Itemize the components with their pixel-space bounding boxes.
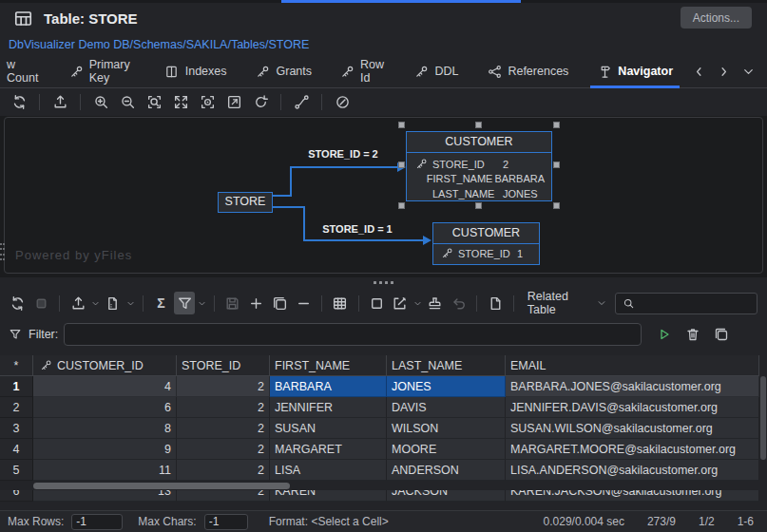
column-header-rownum[interactable]: * — [0, 355, 33, 376]
references-icon — [487, 64, 502, 79]
toolbar-separator — [80, 94, 81, 110]
undo-icon[interactable] — [449, 292, 470, 314]
export-image-icon[interactable] — [48, 90, 71, 113]
select-cell-icon[interactable] — [366, 292, 387, 314]
aggregate-sigma-icon[interactable]: Σ — [151, 292, 172, 314]
powered-by-yfiles-label: Powered by yFiles — [15, 248, 132, 262]
chevron-left-icon[interactable] — [687, 60, 710, 83]
new-document-icon[interactable] — [485, 292, 506, 314]
zoom-out-icon[interactable] — [116, 90, 139, 113]
filter-bar: Filter: — [0, 319, 767, 350]
max-chars-input[interactable] — [204, 514, 248, 530]
chevron-right-icon[interactable] — [712, 60, 735, 83]
max-rows-input[interactable] — [71, 514, 123, 530]
toolbar-separator — [280, 94, 281, 110]
refresh-icon[interactable] — [8, 292, 29, 314]
column-header-last-name[interactable]: LAST_NAME — [387, 355, 506, 376]
column-header-first-name[interactable]: FIRST_NAME — [270, 355, 387, 376]
filter-icon[interactable] — [174, 292, 195, 314]
chevron-down-icon[interactable] — [737, 60, 759, 83]
zoom-selection-icon[interactable] — [143, 90, 165, 113]
filter-input[interactable] — [64, 323, 642, 346]
export-icon[interactable] — [67, 292, 88, 314]
selection-handle[interactable] — [398, 122, 405, 128]
insert-row-icon[interactable] — [246, 292, 267, 314]
table-row[interactable]: 5 11 2 LISA ANDERSON LISA.ANDERSON@sakil… — [0, 460, 759, 481]
selection-handle[interactable] — [553, 162, 560, 168]
breadcrumb-link[interactable]: DbVisualizer Demo DB/Schemas/SAKILA/Tabl… — [9, 38, 309, 51]
branch-icon[interactable] — [290, 90, 313, 113]
selection-handle[interactable] — [398, 202, 405, 209]
related-table-dropdown[interactable]: Related Table — [522, 290, 612, 316]
actions-button[interactable]: Actions... — [681, 7, 752, 28]
selected-cell[interactable]: BARBARA — [270, 376, 387, 397]
diagram-node-customer-1[interactable]: CUSTOMER STORE_ID 1 — [432, 222, 540, 265]
selection-handle[interactable] — [475, 122, 482, 128]
tab-row-id[interactable]: Row Id — [326, 55, 399, 87]
key-icon — [439, 246, 454, 261]
scrollbar-thumb[interactable] — [33, 483, 290, 489]
navigator-toolbar — [0, 87, 767, 116]
relayout-icon[interactable] — [249, 90, 272, 113]
stop-icon[interactable] — [31, 292, 52, 314]
tab-references[interactable]: References — [472, 55, 583, 87]
duplicate-row-icon[interactable] — [269, 292, 290, 314]
execution-time: 0.029/0.004 sec — [544, 515, 624, 528]
apply-filter-icon[interactable] — [653, 323, 676, 346]
tab-grants[interactable]: Grants — [241, 55, 327, 87]
selection-handle[interactable] — [553, 202, 560, 209]
column-header-email[interactable]: EMAIL — [506, 355, 759, 376]
compass-icon[interactable] — [331, 90, 354, 113]
diagram-node-customer-2[interactable]: CUSTOMER STORE_ID 2 FIRST_NAME BARBARA L… — [406, 131, 552, 201]
node-field: LAST_NAME JONES — [413, 186, 545, 201]
stamp-icon[interactable] — [425, 292, 446, 314]
table-row[interactable]: 1 4 2 BARBARA JONES BARBARA.JONES@sakila… — [0, 376, 759, 397]
panel-splitter[interactable] — [0, 277, 767, 287]
table-row[interactable]: 2 6 2 JENNIFER DAVIS JENNIFER.DAVIS@saki… — [0, 397, 759, 418]
script-document-icon[interactable] — [103, 292, 124, 314]
tab-indexes[interactable]: Indexes — [150, 55, 241, 87]
column-header-customer-id[interactable]: CUSTOMER_ID — [33, 355, 177, 376]
edit-cell-icon[interactable] — [390, 292, 411, 314]
grid-search-box[interactable] — [615, 293, 757, 314]
scrollbar-thumb[interactable] — [760, 376, 766, 460]
horizontal-scrollbar[interactable] — [0, 481, 759, 490]
open-in-window-icon[interactable] — [222, 90, 245, 113]
node-title: STORE — [219, 193, 272, 210]
clear-filter-icon[interactable] — [681, 323, 704, 346]
chevron-down-icon — [597, 294, 606, 312]
edge-label: STORE_ID = 1 — [322, 223, 392, 235]
chevron-down-icon[interactable] — [91, 294, 100, 312]
chevron-down-icon[interactable] — [126, 294, 135, 312]
chevron-down-icon[interactable] — [198, 294, 206, 312]
node-fields: STORE_ID 2 FIRST_NAME BARBARA LAST_NAME … — [407, 152, 551, 206]
tab-ddl[interactable]: DDL — [399, 55, 472, 87]
tab-row-count[interactable]: w Count — [0, 55, 55, 87]
max-rows-label: Max Rows: — [8, 515, 64, 528]
tab-primary-key[interactable]: Primary Key — [55, 55, 150, 87]
diagram-node-store[interactable]: STORE — [218, 192, 273, 213]
vertical-scrollbar[interactable] — [759, 355, 767, 481]
node-field: STORE_ID 1 — [439, 246, 533, 261]
refresh-icon[interactable] — [8, 90, 30, 113]
zoom-in-icon[interactable] — [89, 90, 112, 113]
table-row[interactable]: 3 8 2 SUSAN WILSON SUSAN.WILSON@sakilacu… — [0, 418, 759, 439]
focus-node-icon[interactable] — [196, 90, 219, 113]
selected-cell[interactable]: JONES — [387, 376, 506, 397]
selection-handle[interactable] — [398, 162, 405, 168]
delete-row-icon[interactable] — [293, 292, 314, 314]
tab-navigator[interactable]: Navigator — [583, 55, 687, 87]
selection-handle[interactable] — [475, 202, 482, 209]
copy-filter-icon[interactable] — [710, 323, 733, 346]
chevron-down-icon[interactable] — [413, 294, 422, 312]
node-title: CUSTOMER — [433, 223, 539, 243]
table-grid-icon[interactable] — [330, 292, 351, 314]
signpost-icon — [597, 64, 612, 79]
column-header-store-id[interactable]: STORE_ID — [177, 355, 270, 376]
grid-search-input[interactable] — [640, 295, 752, 311]
fit-content-icon[interactable] — [169, 90, 192, 113]
selection-handle[interactable] — [553, 122, 560, 128]
save-icon[interactable] — [222, 292, 243, 314]
table-row[interactable]: 4 9 2 MARGARET MOORE MARGARET.MOORE@saki… — [0, 439, 759, 460]
table-icon — [11, 8, 34, 30]
